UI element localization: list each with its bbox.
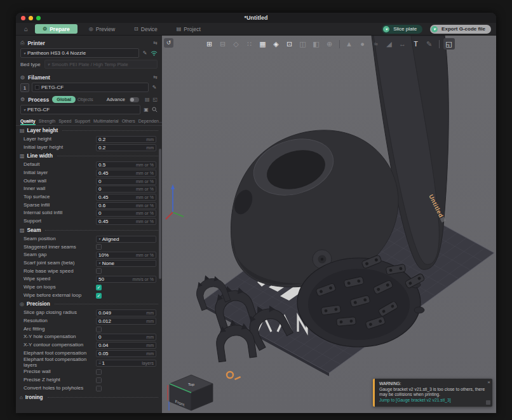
param-tab-multimaterial[interactable]: Multimaterial: [93, 119, 119, 125]
param-input[interactable]: 0mm or %: [96, 178, 156, 185]
param-tab-quality[interactable]: Quality: [20, 119, 36, 125]
save-preset-icon[interactable]: ▣: [143, 107, 149, 112]
sidebar-scrollbar[interactable]: [159, 149, 161, 412]
param-input[interactable]: 0.2mm: [96, 136, 156, 143]
process-scope-objects-toggle[interactable]: Objects: [77, 97, 93, 102]
param-input[interactable]: 0.45mm or %: [96, 218, 156, 225]
param-tab-strength[interactable]: Strength: [39, 119, 55, 125]
tab-device[interactable]: ⊡Device: [126, 24, 165, 34]
printer-select[interactable]: ▾ Pantheon HS3 0.4 Nozzle: [20, 48, 139, 58]
section-header[interactable]: ▨Seam: [16, 226, 162, 235]
param-input[interactable]: 0.6mm or %: [96, 202, 156, 209]
auto-orient-icon[interactable]: ◇: [231, 38, 242, 50]
param-checkbox[interactable]: [96, 386, 102, 391]
edit-filament-icon[interactable]: ✎: [151, 85, 158, 90]
printer-settings-icon[interactable]: ⇆: [153, 40, 158, 46]
support-painting-icon[interactable]: ▲: [344, 38, 355, 50]
slice-options-chevron-icon[interactable]: ▾: [383, 26, 389, 32]
warning-expand-icon[interactable]: [486, 400, 490, 405]
param-input[interactable]: 0.049mm: [96, 309, 156, 316]
param-checkbox[interactable]: [96, 244, 102, 250]
param-checkbox[interactable]: ✓: [96, 285, 102, 290]
warning-close-icon[interactable]: ×: [487, 379, 490, 386]
tab-project[interactable]: ▤Project: [169, 24, 208, 34]
warning-jump-link[interactable]: Jump to [Gauge bracket v2 v21.stl_3]: [379, 398, 488, 403]
param-select[interactable]: ▾None: [96, 260, 156, 267]
measure-tool-icon[interactable]: ↔: [397, 38, 408, 50]
scene-canvas[interactable]: Untitled Top Front: [162, 36, 496, 413]
param-input[interactable]: 0.45mm or %: [96, 170, 156, 177]
param-input[interactable]: 0mm or %: [96, 210, 156, 217]
param-label: Elephant foot compensation layers: [24, 357, 96, 369]
process-preset-select[interactable]: ▾ PETG-CF: [20, 105, 140, 114]
section-header[interactable]: ⌂Ironing: [16, 393, 162, 402]
color-painting-icon[interactable]: ●: [357, 38, 368, 50]
chevron-down-icon: ▾: [24, 51, 25, 55]
param-input[interactable]: 0.2mm: [96, 144, 156, 151]
param-checkbox[interactable]: [96, 327, 102, 332]
bed-type-select[interactable]: ▾ Smooth PEI Plate / High Temp Plate: [44, 60, 158, 69]
param-input[interactable]: 10%mm or %: [96, 252, 156, 259]
variable-layer-height-icon[interactable]: ▦: [257, 38, 269, 50]
filament-settings-icon[interactable]: ⇆: [153, 74, 158, 80]
param-checkbox[interactable]: [96, 369, 102, 375]
arrange-icon[interactable]: ∷: [244, 38, 255, 50]
param-tab-others[interactable]: Others: [122, 119, 135, 125]
seam-painting-icon[interactable]: ◈: [271, 38, 282, 50]
split-to-objects-icon[interactable]: ◫: [297, 38, 309, 50]
param-tab-support[interactable]: Support: [74, 119, 90, 125]
param-input[interactable]: 0.04mm: [96, 342, 156, 349]
param-input[interactable]: 0.012mm: [96, 318, 156, 325]
advance-mode-toggle[interactable]: [130, 97, 139, 102]
search-presets-icon[interactable]: [152, 107, 158, 112]
expand-params-icon[interactable]: ◱: [152, 97, 158, 102]
param-label: Outer wall: [24, 179, 96, 184]
mesh-boolean-icon[interactable]: ⊕: [324, 38, 335, 50]
export-options-chevron-icon[interactable]: ▾: [431, 26, 438, 32]
param-checkbox[interactable]: [96, 268, 102, 274]
settings-sidebar: ⎙ Printer ⇆ ▾ Pantheon HS3 0.4 Nozzle ✎: [16, 36, 162, 413]
tab-prepare[interactable]: ⚙Prepare: [35, 24, 77, 34]
text-tool-icon[interactable]: T: [410, 38, 422, 50]
param-tab-speed[interactable]: Speed: [58, 119, 71, 125]
cut-tool-icon[interactable]: ◢: [384, 38, 395, 50]
nav-cube-top-label[interactable]: Top: [188, 382, 195, 386]
fuzzy-skin-icon[interactable]: ≈: [370, 38, 382, 50]
process-scope-global-toggle[interactable]: Global: [52, 96, 76, 103]
param-tab-dependen[interactable]: Dependen...: [138, 119, 162, 125]
add-object-icon[interactable]: ⊞: [204, 38, 215, 50]
param-checkbox[interactable]: ✓: [96, 293, 102, 299]
param-input[interactable]: 0.5mm or %: [96, 161, 156, 168]
seam-icon: ▨: [20, 227, 25, 233]
param-input[interactable]: 0.45mm or %: [96, 194, 156, 201]
tab-preview[interactable]: ◎Preview: [81, 24, 123, 34]
filament-slot-number[interactable]: 1: [20, 83, 29, 92]
slice-plate-button[interactable]: ▾ Slice plate: [382, 25, 422, 34]
param-input[interactable]: 0mm: [96, 334, 156, 341]
param-row-seam-gap: Seam gap10%mm or %: [16, 251, 162, 259]
param-input[interactable]: 50mm/s or %: [96, 276, 156, 283]
split-to-parts-icon[interactable]: ◧: [311, 38, 322, 50]
param-input[interactable]: 0.05mm: [96, 350, 156, 357]
home-icon[interactable]: ⌂: [21, 25, 31, 32]
svg-tool-icon[interactable]: ✎: [424, 38, 435, 50]
add-image-icon[interactable]: ⊡: [284, 38, 295, 50]
viewport-3d[interactable]: ↺ ⊞⊟◇∷▦◈⊡◫◧⊕▲●≈◢↔T✎◱: [162, 36, 496, 413]
add-plate-icon[interactable]: ⊟: [217, 38, 229, 50]
section-header[interactable]: ◎Precision: [16, 299, 162, 309]
model-bracket[interactable]: [337, 317, 356, 327]
param-input[interactable]: 0mm or %: [96, 186, 156, 193]
filament-select[interactable]: PETG-CF: [32, 83, 149, 92]
param-label: Internal solid infill: [24, 210, 96, 216]
export-gcode-button[interactable]: ▾ Export G-code file: [430, 25, 491, 34]
param-row-seam-position: Seam position▾Aligned: [16, 235, 162, 243]
param-checkbox[interactable]: [96, 377, 102, 383]
edit-printer-icon[interactable]: ✎: [142, 50, 148, 56]
param-input[interactable]: ⌸1layers: [96, 360, 156, 367]
section-header[interactable]: ▤Layer height: [16, 126, 162, 135]
assembly-view-icon[interactable]: ◱: [443, 38, 455, 50]
param-select[interactable]: ▾Aligned: [96, 236, 156, 243]
printer-connection-wifi-icon[interactable]: [151, 50, 158, 56]
param-table-icon[interactable]: ▤: [145, 97, 150, 102]
section-header[interactable]: ▥Line width: [16, 151, 162, 161]
